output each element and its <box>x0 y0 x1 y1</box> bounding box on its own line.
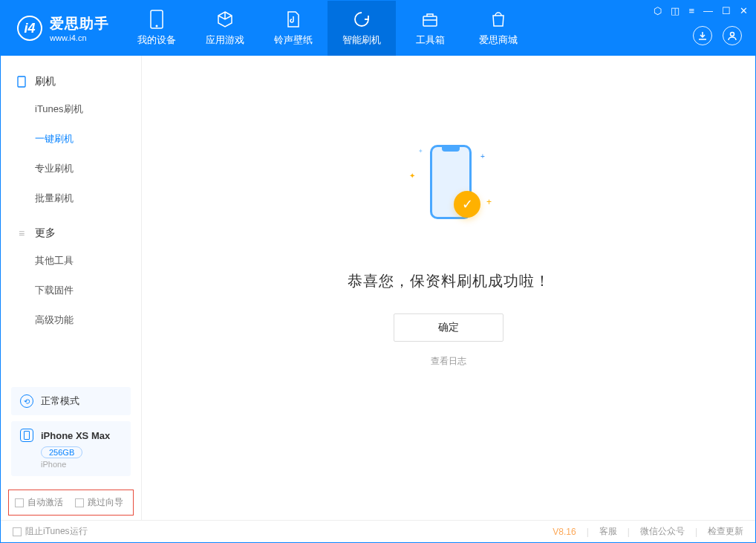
checkbox-skip-guide[interactable]: 跳过向导 <box>75 496 123 509</box>
ok-button[interactable]: 确定 <box>394 313 504 342</box>
nav-apps-games[interactable]: 应用游戏 <box>191 1 259 56</box>
nav-label: 应用游戏 <box>206 33 244 47</box>
device-name: iPhone XS Max <box>41 430 110 441</box>
checkbox-label: 自动激活 <box>27 496 63 509</box>
shopping-bag-icon <box>489 10 508 29</box>
checkbox-icon <box>13 527 22 536</box>
checkbox-auto-activate[interactable]: 自动激活 <box>15 496 63 509</box>
flash-options-row: 自动激活 跳过向导 <box>8 490 134 516</box>
checkmark-badge-icon: ✓ <box>454 191 480 218</box>
nav-label: 爱思商城 <box>479 33 518 47</box>
window-controls: ⬡ ◫ ≡ — ☐ ✕ <box>654 5 748 16</box>
main-nav: 我的设备 应用游戏 铃声壁纸 智能刷机 工具箱 爱思商城 <box>123 1 532 56</box>
sparkle-icon: + <box>480 152 485 160</box>
sidebar-item-download-firmware[interactable]: 下载固件 <box>1 276 141 305</box>
svg-point-1 <box>156 25 158 27</box>
app-body: 刷机 iTunes刷机 一键刷机 专业刷机 批量刷机 ≡ 更多 其他工具 下载固… <box>1 56 755 520</box>
nav-ringtones-wallpapers[interactable]: 铃声壁纸 <box>259 1 328 56</box>
svg-rect-2 <box>423 16 437 26</box>
mode-label: 正常模式 <box>41 394 79 408</box>
checkbox-label: 阻止iTunes运行 <box>25 525 88 538</box>
sidebar: 刷机 iTunes刷机 一键刷机 专业刷机 批量刷机 ≡ 更多 其他工具 下载固… <box>1 56 142 520</box>
maximize-icon[interactable]: ☐ <box>722 5 731 16</box>
app-logo: i4 爱思助手 www.i4.cn <box>1 14 123 42</box>
checkbox-icon <box>75 498 84 507</box>
nav-store[interactable]: 爱思商城 <box>464 1 532 56</box>
nav-label: 智能刷机 <box>342 33 381 47</box>
sidebar-header-flash: 刷机 <box>1 69 141 94</box>
sparkle-icon: ✦ <box>418 148 423 155</box>
svg-point-4 <box>731 33 734 36</box>
sidebar-section-more: ≡ 更多 其他工具 下载固件 高级功能 <box>1 221 141 335</box>
sidebar-section-flash: 刷机 iTunes刷机 一键刷机 专业刷机 批量刷机 <box>1 69 141 213</box>
phone-notch-icon <box>442 147 460 152</box>
download-icon[interactable] <box>693 26 712 45</box>
lock-icon[interactable]: ◫ <box>671 5 680 16</box>
success-illustration: ✦ ✦ + + ✓ <box>408 145 489 249</box>
nav-label: 我的设备 <box>137 33 176 47</box>
sidebar-spacer <box>1 342 141 381</box>
logo-subtitle: www.i4.cn <box>50 33 109 42</box>
logo-title: 爱思助手 <box>50 14 109 33</box>
separator: | <box>628 527 630 537</box>
separator: | <box>695 527 697 537</box>
view-log-link[interactable]: 查看日志 <box>431 355 466 368</box>
sparkle-icon: + <box>486 197 492 207</box>
menu-icon[interactable]: ≡ <box>688 5 694 16</box>
header-right-actions <box>693 26 742 45</box>
checkbox-block-itunes[interactable]: 阻止iTunes运行 <box>13 525 88 538</box>
device-info-box[interactable]: iPhone XS Max 256GB iPhone <box>11 421 131 476</box>
separator: | <box>587 527 589 537</box>
logo-text: 爱思助手 www.i4.cn <box>50 14 109 42</box>
close-icon[interactable]: ✕ <box>740 5 748 16</box>
refresh-shield-icon <box>352 10 371 29</box>
footer: 阻止iTunes运行 V8.16 | 客服 | 微信公众号 | 检查更新 <box>1 520 755 542</box>
checkbox-label: 跳过向导 <box>88 496 123 509</box>
nav-smart-flash[interactable]: 智能刷机 <box>328 1 396 56</box>
nav-toolbox[interactable]: 工具箱 <box>396 1 464 56</box>
sidebar-item-oneclick-flash[interactable]: 一键刷机 <box>1 124 141 154</box>
sparkle-icon: ✦ <box>409 172 415 180</box>
sidebar-item-other-tools[interactable]: 其他工具 <box>1 246 141 276</box>
nav-my-device[interactable]: 我的设备 <box>123 1 191 56</box>
success-message: 恭喜您，保资料刷机成功啦！ <box>348 271 550 291</box>
phone-icon <box>16 76 27 88</box>
list-icon: ≡ <box>16 227 27 239</box>
footer-right: V8.16 | 客服 | 微信公众号 | 检查更新 <box>553 525 743 538</box>
nav-label: 工具箱 <box>416 33 445 47</box>
device-capacity-badge: 256GB <box>41 446 82 458</box>
sidebar-item-pro-flash[interactable]: 专业刷机 <box>1 154 141 183</box>
version-label: V8.16 <box>553 527 576 537</box>
customer-service-link[interactable]: 客服 <box>599 525 617 538</box>
checkbox-icon <box>15 498 24 507</box>
mode-icon: ⟲ <box>20 394 33 408</box>
device-type: iPhone <box>41 460 122 469</box>
device-name-row: iPhone XS Max <box>20 429 122 442</box>
sidebar-header-more: ≡ 更多 <box>1 221 141 246</box>
toolbox-icon <box>420 10 440 29</box>
logo-icon: i4 <box>17 16 42 41</box>
music-file-icon <box>284 10 303 29</box>
nav-label: 铃声壁纸 <box>274 33 313 47</box>
app-header: i4 爱思助手 www.i4.cn 我的设备 应用游戏 铃声壁纸 智能刷机 工具… <box>1 1 755 56</box>
sidebar-item-itunes-flash[interactable]: iTunes刷机 <box>1 94 141 124</box>
user-icon[interactable] <box>723 26 742 45</box>
main-content: ✦ ✦ + + ✓ 恭喜您，保资料刷机成功啦！ 确定 查看日志 <box>142 56 755 520</box>
svg-rect-5 <box>18 77 25 87</box>
sidebar-item-advanced[interactable]: 高级功能 <box>1 305 141 335</box>
sidebar-item-batch-flash[interactable]: 批量刷机 <box>1 183 141 213</box>
check-update-link[interactable]: 检查更新 <box>708 525 743 538</box>
device-icon <box>147 10 166 29</box>
wechat-link[interactable]: 微信公众号 <box>640 525 685 538</box>
sidebar-section-title: 刷机 <box>35 75 56 88</box>
mode-status-box[interactable]: ⟲ 正常模式 <box>11 387 131 415</box>
minimize-icon[interactable]: — <box>703 5 713 16</box>
sidebar-section-title: 更多 <box>35 227 56 240</box>
cube-icon <box>215 10 235 29</box>
device-phone-icon <box>20 429 33 442</box>
shirt-icon[interactable]: ⬡ <box>654 5 662 16</box>
